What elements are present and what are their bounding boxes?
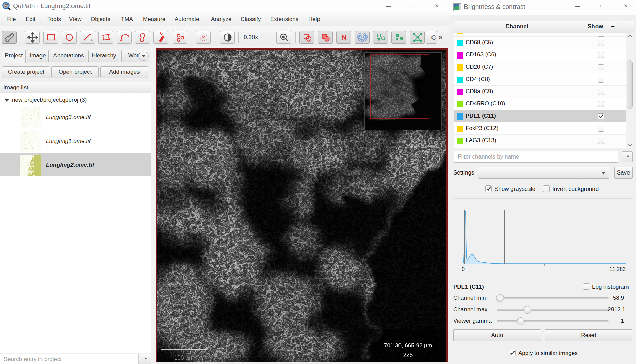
svg-text:100 µm: 100 µm <box>174 354 194 361</box>
svg-text:C: C <box>431 34 436 41</box>
svg-text:701.30, 665.92 µm: 701.30, 665.92 µm <box>384 342 432 349</box>
svg-text:225: 225 <box>403 352 413 358</box>
svg-text:N: N <box>341 33 346 41</box>
svg-text:S: S <box>202 35 205 40</box>
